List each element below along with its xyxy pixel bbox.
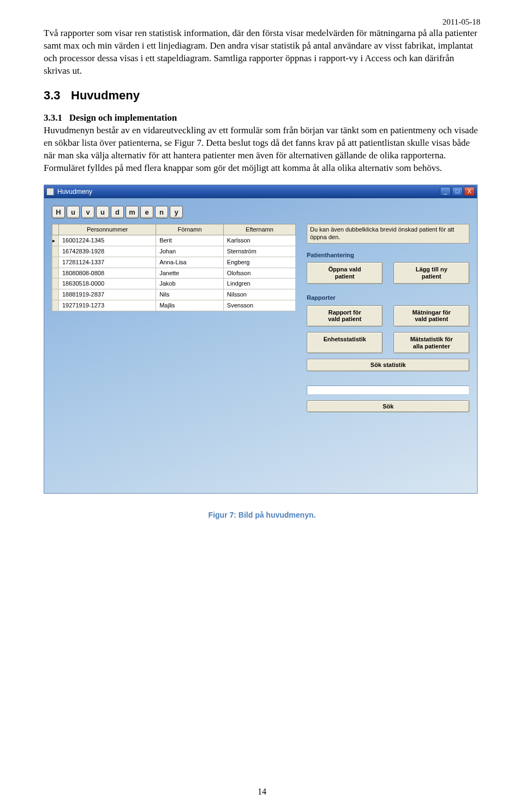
- report-patient-button[interactable]: Rapport för vald patient: [307, 305, 383, 327]
- table-row[interactable]: 18881919-2837NilsNilsson: [52, 289, 296, 300]
- row-selector[interactable]: ▸: [52, 235, 59, 246]
- keycap-letter: e: [140, 206, 153, 218]
- col-fornamn: Förnamn: [156, 224, 224, 235]
- add-patient-button[interactable]: Lägg till ny patient: [394, 262, 469, 283]
- paragraph-2-body: Huvudmenyn består av en vidareutveckling…: [44, 125, 478, 173]
- app-icon: [46, 188, 54, 195]
- subsection-title: Design och implementation: [69, 112, 177, 123]
- search-statistics-button[interactable]: Sök statistik: [307, 359, 469, 371]
- logo-keycaps: Huvudmeny: [52, 206, 469, 218]
- keycap-letter: u: [96, 206, 109, 218]
- table-row[interactable]: 17281124-1337Anna-LisaEngberg: [52, 257, 296, 268]
- window-titlebar: Huvudmeny _ □ X: [44, 185, 477, 198]
- patient-table: Personnummer Förnamn Efternamn ▸16001224…: [52, 224, 296, 311]
- table-row[interactable]: 19271919-1273MajlisSvensson: [52, 300, 296, 311]
- all-patients-statistics-button[interactable]: Mätstatistik för alla patienter: [394, 332, 469, 353]
- hint-text: Du kan även dubbelklicka brevid önskad p…: [307, 224, 469, 244]
- row-selector[interactable]: [52, 278, 59, 289]
- paragraph-1: Två rapporter som visar ren statistisk i…: [44, 27, 480, 78]
- table-row[interactable]: 18630518-0000JakobLindgren: [52, 278, 296, 289]
- table-cell: Olofsson: [223, 268, 295, 278]
- paragraph-2: 3.3.1 Design och implementation Huvudmen…: [44, 112, 480, 175]
- table-cell: Nils: [156, 289, 224, 300]
- keycap-letter: m: [126, 206, 139, 218]
- row-selector[interactable]: [52, 268, 59, 278]
- row-selector[interactable]: [52, 246, 59, 257]
- table-row[interactable]: 16742839-1928JohanSternström: [52, 246, 296, 257]
- minimize-button[interactable]: _: [440, 187, 451, 196]
- keycap-letter: u: [67, 206, 80, 218]
- heading-title: Huvudmeny: [71, 88, 140, 102]
- search-button[interactable]: Sök: [307, 400, 469, 413]
- search-input[interactable]: [307, 386, 469, 395]
- row-selector-header: [52, 224, 59, 235]
- group-rapporter-label: Rapporter: [307, 294, 469, 302]
- keycap-letter: v: [81, 206, 94, 218]
- table-cell: 16001224-1345: [59, 235, 156, 246]
- table-cell: Sternström: [223, 246, 295, 257]
- maximize-button[interactable]: □: [452, 187, 463, 196]
- table-cell: 16742839-1928: [59, 246, 156, 257]
- col-personnummer: Personnummer: [59, 224, 156, 235]
- table-row[interactable]: 18080808-0808JanetteOlofsson: [52, 268, 296, 278]
- table-cell: Anna-Lisa: [156, 257, 224, 268]
- table-cell: Johan: [156, 246, 224, 257]
- row-selector[interactable]: [52, 289, 59, 300]
- body-text: Två rapporter som visar ren statistisk i…: [44, 27, 480, 175]
- keycap-letter: H: [52, 206, 65, 218]
- close-button[interactable]: X: [464, 187, 475, 196]
- table-cell: 18881919-2837: [59, 289, 156, 300]
- figure-7-window: Huvudmeny _ □ X Huvudmeny Personnummer F: [44, 185, 478, 494]
- row-selector[interactable]: [52, 257, 59, 268]
- window-title: Huvudmeny: [57, 187, 92, 196]
- keycap-letter: d: [111, 206, 124, 218]
- heading-number: 3.3: [44, 87, 71, 104]
- table-cell: Majlis: [156, 300, 224, 311]
- table-cell: 18080808-0808: [59, 268, 156, 278]
- keycap-letter: y: [170, 206, 183, 218]
- unit-statistics-button[interactable]: Enhetsstatistik: [307, 332, 383, 353]
- table-cell: Jakob: [156, 278, 224, 289]
- page-date: 2011-05-18: [443, 16, 480, 27]
- table-cell: Svensson: [223, 300, 295, 311]
- heading-3-3: 3.3Huvudmeny: [44, 87, 480, 104]
- table-cell: Berit: [156, 235, 224, 246]
- table-cell: 17281124-1337: [59, 257, 156, 268]
- page-number: 14: [0, 786, 524, 798]
- table-cell: Lindgren: [223, 278, 295, 289]
- keycap-letter: n: [155, 206, 168, 218]
- table-row[interactable]: ▸16001224-1345BeritKarlsson: [52, 235, 296, 246]
- subsection-number: 3.3.1: [44, 112, 62, 123]
- table-cell: Janette: [156, 268, 224, 278]
- measurements-patient-button[interactable]: Mätningar för vald patient: [394, 305, 469, 327]
- table-cell: Karlsson: [223, 235, 295, 246]
- table-cell: Engberg: [223, 257, 295, 268]
- table-cell: 18630518-0000: [59, 278, 156, 289]
- col-efternamn: Efternamn: [223, 224, 295, 235]
- open-patient-button[interactable]: Öppna vald patient: [307, 262, 383, 283]
- figure-caption: Figur 7: Bild på huvudmenyn.: [44, 510, 480, 520]
- row-selector[interactable]: [52, 300, 59, 311]
- table-cell: 19271919-1273: [59, 300, 156, 311]
- table-cell: Nilsson: [223, 289, 295, 300]
- group-patienthantering-label: Patienthantering: [307, 251, 469, 259]
